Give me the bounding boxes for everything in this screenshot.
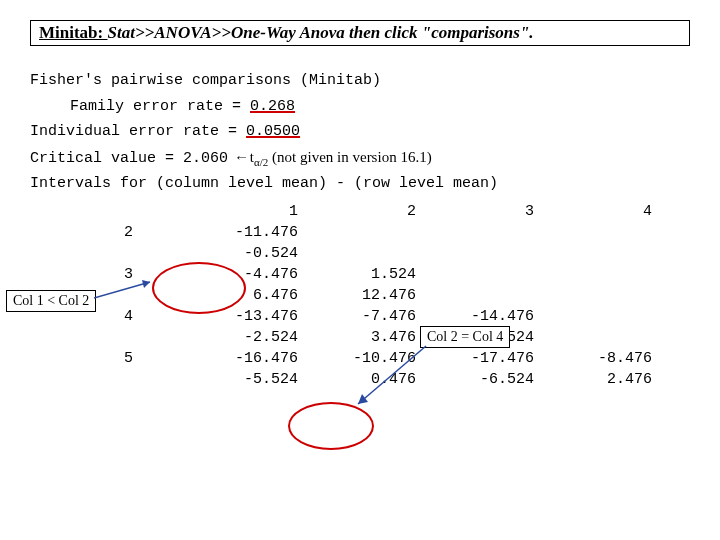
cell: 3.476 [312,327,430,348]
col-header: 1 [194,201,312,222]
row-header: 4 [110,306,194,327]
output-block: Fisher's pairwise comparisons (Minitab) … [30,68,690,197]
table-row: 2 -11.476 [110,222,666,243]
t-symbol: t [246,149,254,165]
row-header: 2 [110,222,194,243]
cell: -16.476 [194,348,312,369]
line-intervals: Intervals for (column level mean) - (row… [30,171,690,197]
cell: 6.476 [194,285,312,306]
title-box: Minitab: Stat>>ANOVA>>One-Way Anova then… [30,20,690,46]
svg-marker-3 [358,394,368,404]
table-row: 4 -13.476 -7.476 -14.476 [110,306,666,327]
line-header: Fisher's pairwise comparisons (Minitab) [30,68,690,94]
title-rest: Stat>>ANOVA>>One-Way Anova then click "c… [107,23,533,42]
note-text: Col 2 = Col 4 [427,329,503,344]
cell: 2.476 [548,369,666,390]
cell: -8.476 [548,348,666,369]
cell: -6.524 [430,369,548,390]
cell: -5.524 [194,369,312,390]
cell: -13.476 [194,306,312,327]
cell: 1.524 [312,264,430,285]
col-header: 2 [312,201,430,222]
table-row: -0.524 [110,243,666,264]
cell: -2.524 [194,327,312,348]
note-text: Col 1 < Col 2 [13,293,89,308]
note-col1-lt-col2: Col 1 < Col 2 [6,290,96,312]
cell: -17.476 [430,348,548,369]
cell: -10.476 [312,348,430,369]
line-individual-rate: Individual error rate = 0.0500 [30,119,690,145]
version-note: (not given in version 16.1) [268,149,431,165]
note-col2-eq-col4: Col 2 = Col 4 [420,326,510,348]
table-row: -5.524 0.476 -6.524 2.476 [110,369,666,390]
line-family-rate: Family error rate = 0.268 [30,94,690,120]
row-header: 3 [110,264,194,285]
table-row: 6.476 12.476 [110,285,666,306]
cell: -14.476 [430,306,548,327]
cell: -11.476 [194,222,312,243]
line-critical-value: Critical value = 2.060 ← tα/2 (not given… [30,145,690,172]
cell: -7.476 [312,306,430,327]
table-row: 5 -16.476 -10.476 -17.476 -8.476 [110,348,666,369]
table-row: -2.524 3.476 -3.524 [110,327,666,348]
title-lead: Minitab: [39,23,107,42]
family-value: 0.268 [250,98,295,115]
individual-value: 0.0500 [246,123,300,140]
family-label: Family error rate = [70,98,250,115]
table-header-row: 1 2 3 4 [110,201,666,222]
row-header: 5 [110,348,194,369]
comparison-table: 1 2 3 4 2 -11.476 -0.524 3 -4.476 1.524 … [110,201,666,390]
cell: -0.524 [194,243,312,264]
cell: 12.476 [312,285,430,306]
cell: 0.476 [312,369,430,390]
highlight-circle-icon [288,402,374,450]
col-header: 3 [430,201,548,222]
t-subscript: α/2 [254,156,268,168]
individual-label: Individual error rate = [30,123,246,140]
arrow-left-icon: ← [237,150,246,167]
table-row: 3 -4.476 1.524 [110,264,666,285]
cell: -4.476 [194,264,312,285]
critical-text: Critical value = 2.060 [30,150,237,167]
col-header: 4 [548,201,666,222]
